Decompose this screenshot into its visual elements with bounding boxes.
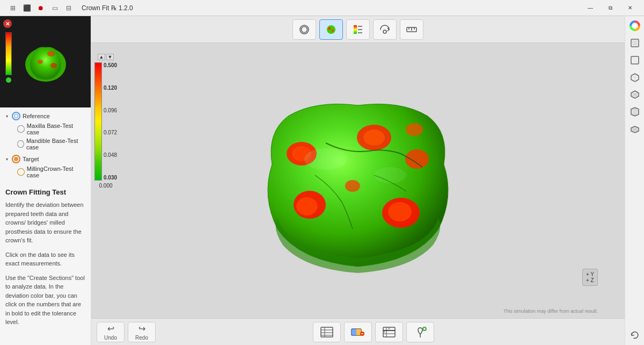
window-controls: — ⧉ ✕	[581, 3, 640, 13]
svg-point-12	[383, 30, 386, 33]
toolbar-button-colormap[interactable]	[346, 19, 370, 40]
color-wheel-button[interactable]	[627, 18, 642, 33]
close-thumbnail-button[interactable]: ✕	[3, 19, 12, 28]
svg-point-21	[405, 149, 429, 169]
svg-point-6	[328, 27, 331, 30]
view-front-button[interactable]	[627, 35, 642, 51]
tree-item-mandible[interactable]: Mandible Base-Test case	[17, 136, 86, 152]
undo-icon: ↩	[107, 324, 114, 334]
tree-item-target[interactable]: ▾ Target	[4, 154, 86, 164]
colorbar-value-096: 0.096	[104, 107, 117, 113]
sections-tool-button[interactable]: A B	[375, 322, 403, 342]
svg-point-28	[304, 148, 347, 170]
svg-point-25	[388, 202, 412, 221]
redo-icon: ↪	[138, 324, 145, 334]
view-iso2-button[interactable]	[627, 104, 642, 119]
app-title: Crown Fit ℞ 1.2.0	[82, 4, 576, 12]
tray-area: ⊞ ⬛ ⏺ ▭ ⊟	[4, 3, 77, 13]
restore-button[interactable]: ⧉	[601, 3, 620, 13]
tree-toggle-target[interactable]: ▾	[4, 156, 10, 162]
tree-item-maxilla[interactable]: Maxilla Base-Test case	[17, 121, 86, 136]
svg-rect-54	[632, 40, 638, 46]
target-icon	[12, 155, 20, 163]
simulation-notice: This simulation may differ from actual r…	[503, 308, 598, 314]
z-axis-label: + Z	[586, 277, 594, 283]
colorbar-value-500[interactable]: 0.500	[104, 62, 117, 68]
svg-point-52	[633, 24, 636, 27]
colorbar-gradient	[94, 62, 102, 181]
chart-tool-button[interactable]	[313, 322, 341, 342]
svg-point-26	[345, 180, 360, 192]
viewport[interactable]: ▲ ▼ 0.500 0.120 0.096 0.072 0.048 0.030 …	[91, 43, 625, 318]
center-area: ▲ ▼ 0.500 0.120 0.096 0.072 0.048 0.030 …	[91, 16, 625, 345]
tray-icon-record[interactable]: ⏺	[35, 3, 46, 13]
pin-tool-button[interactable]	[406, 322, 434, 342]
bottom-toolbar: ↩ Undo ↪ Redo	[91, 318, 625, 345]
colorbar-down-button[interactable]: ▼	[106, 54, 114, 60]
mini-colorbar-gradient	[5, 32, 12, 75]
tray-icon-1[interactable]: ⊞	[8, 3, 18, 13]
toolbar-button-rotate[interactable]	[373, 19, 397, 40]
close-button[interactable]: ✕	[620, 3, 640, 13]
colorbar-up-button[interactable]: ▲	[98, 54, 105, 60]
undo-label: Undo	[104, 335, 117, 341]
toolbar-button-measure[interactable]	[400, 19, 423, 40]
svg-point-23	[296, 197, 318, 215]
thumbnail-area: ✕	[0, 16, 91, 107]
undo-redo-area: ↩ Undo ↪ Redo	[97, 322, 156, 342]
colorbar-value-120[interactable]: 0.120	[104, 85, 117, 91]
tooth-thumbnail	[16, 32, 75, 91]
maxilla-label: Maxilla Base-Test case	[27, 123, 86, 135]
colorbar-value-000: 0.000	[99, 183, 113, 189]
reference-children: Maxilla Base-Test case Mandible Base-Tes…	[17, 121, 86, 152]
colorbar-value-072: 0.072	[104, 130, 117, 135]
tray-icon-4[interactable]: ▭	[49, 3, 60, 13]
redo-label: Redo	[135, 335, 148, 341]
tree-item-milling[interactable]: MillingCrown-Test case	[17, 164, 86, 179]
svg-rect-8	[354, 25, 357, 34]
redo-button[interactable]: ↪ Redo	[128, 322, 156, 342]
svg-point-5	[327, 25, 335, 34]
titlebar: ⊞ ⬛ ⏺ ▭ ⊟ Crown Fit ℞ 1.2.0 — ⧉ ✕	[0, 0, 644, 16]
info-text-1: Identify the deviation between prepared …	[5, 200, 85, 245]
tray-icon-5[interactable]: ⊟	[63, 3, 74, 13]
tray-icon-2[interactable]: ⬛	[21, 3, 32, 13]
view-iso1-button[interactable]	[627, 87, 642, 102]
right-panel	[625, 16, 644, 345]
svg-point-29	[374, 167, 406, 183]
bottom-center-tools: A B	[313, 322, 434, 342]
colorbar-value-030[interactable]: 0.030	[104, 175, 117, 181]
info-text-2: Click on the data to see its exact measu…	[5, 250, 85, 268]
minimize-button[interactable]: —	[581, 3, 600, 13]
colorbar-with-labels: 0.500 0.120 0.096 0.072 0.048 0.030	[94, 62, 117, 181]
svg-point-20	[363, 130, 385, 146]
toolbar-button-view1[interactable]	[292, 19, 316, 40]
undo-button[interactable]: ↩ Undo	[97, 322, 125, 342]
tree-toggle-reference[interactable]: ▾	[4, 113, 10, 119]
main-container: ✕	[0, 16, 644, 345]
top-toolbar	[91, 16, 625, 43]
color-toggle-button[interactable]	[344, 322, 372, 342]
info-title: Crown Fitting Test	[5, 188, 85, 196]
mandible-label: Mandible Base-Test case	[26, 138, 86, 150]
y-axis-label: + Y	[586, 271, 594, 277]
info-panel: Crown Fitting Test Identify the deviatio…	[0, 183, 91, 345]
reset-view-button[interactable]	[627, 328, 642, 343]
svg-point-3	[50, 63, 57, 68]
tree-item-reference[interactable]: ▾ Reference	[4, 111, 86, 121]
toolbar-button-view2[interactable]	[319, 19, 343, 40]
target-label: Target	[23, 156, 39, 162]
tree-section: ▾ Reference Maxilla Base-Test case Mandi…	[0, 107, 91, 183]
svg-point-27	[406, 123, 423, 136]
view-iso3-button[interactable]	[627, 121, 642, 136]
colorbar-controls: ▲ ▼	[98, 54, 114, 60]
axis-indicator: + Y + Z	[582, 269, 598, 286]
milling-icon	[17, 168, 25, 176]
info-text-3: Use the "Create Sections" tool to analyz…	[5, 274, 85, 327]
svg-point-2	[38, 60, 43, 64]
view-side-button[interactable]	[627, 70, 642, 85]
reference-icon	[12, 112, 20, 120]
view-back-button[interactable]	[627, 53, 642, 68]
mini-colorbar-dot	[6, 77, 11, 83]
colorbar-labels: 0.500 0.120 0.096 0.072 0.048 0.030	[104, 62, 117, 181]
